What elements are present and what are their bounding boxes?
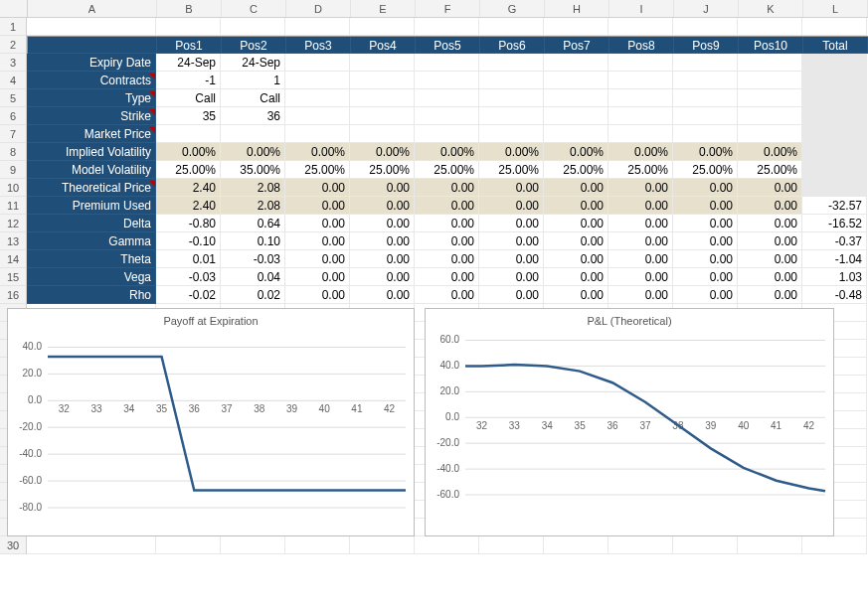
total-cell[interactable]: -0.48 bbox=[802, 286, 867, 304]
data-cell[interactable]: 25.00% bbox=[415, 161, 479, 179]
data-cell[interactable]: 0.00 bbox=[608, 250, 673, 268]
cell[interactable] bbox=[415, 536, 479, 554]
data-cell[interactable] bbox=[608, 125, 673, 143]
data-cell[interactable] bbox=[544, 89, 608, 107]
data-cell[interactable] bbox=[544, 125, 608, 143]
data-cell[interactable]: 0.00 bbox=[285, 286, 350, 304]
data-cell[interactable]: 0.00 bbox=[479, 286, 544, 304]
data-cell[interactable] bbox=[415, 54, 479, 72]
data-cell[interactable]: 0.00 bbox=[479, 215, 544, 232]
data-cell[interactable] bbox=[608, 72, 673, 89]
data-cell[interactable] bbox=[285, 89, 350, 107]
data-cell[interactable] bbox=[738, 72, 802, 89]
data-cell[interactable]: Call bbox=[156, 89, 221, 107]
total-cell[interactable] bbox=[802, 161, 867, 179]
data-cell[interactable]: 0.64 bbox=[221, 215, 285, 232]
row-header-6[interactable]: 6 bbox=[0, 107, 26, 125]
row-header-5[interactable]: 5 bbox=[0, 89, 26, 107]
chart-payoff[interactable]: Payoff at Expiration -80.0-60.0-40.0-20.… bbox=[7, 308, 415, 536]
col-header-J[interactable]: J bbox=[674, 0, 739, 17]
data-cell[interactable] bbox=[608, 89, 673, 107]
data-cell[interactable]: 0.00% bbox=[738, 143, 802, 161]
row-header-30[interactable]: 30 bbox=[0, 536, 26, 554]
row-header-9[interactable]: 9 bbox=[0, 161, 26, 179]
row-header-8[interactable]: 8 bbox=[0, 143, 26, 161]
total-cell[interactable]: 1.03 bbox=[802, 268, 867, 286]
data-cell[interactable] bbox=[479, 125, 544, 143]
data-cell[interactable]: 25.00% bbox=[544, 161, 608, 179]
data-cell[interactable]: 0.00 bbox=[285, 250, 350, 268]
pos-header-7[interactable]: Pos7 bbox=[545, 37, 609, 54]
data-cell[interactable]: 2.08 bbox=[221, 179, 285, 197]
row-header-3[interactable]: 3 bbox=[0, 54, 26, 72]
label-header[interactable] bbox=[28, 37, 157, 54]
data-cell[interactable] bbox=[415, 125, 479, 143]
data-cell[interactable]: 0.00% bbox=[285, 143, 350, 161]
col-header-K[interactable]: K bbox=[739, 0, 803, 17]
pos-header-3[interactable]: Pos3 bbox=[286, 37, 351, 54]
data-cell[interactable] bbox=[673, 72, 738, 89]
data-cell[interactable] bbox=[285, 125, 350, 143]
data-cell[interactable]: 0.00 bbox=[285, 215, 350, 232]
data-cell[interactable]: 0.00 bbox=[350, 197, 415, 215]
data-cell[interactable]: 0.00 bbox=[479, 232, 544, 250]
data-cell[interactable]: -0.10 bbox=[156, 232, 221, 250]
row-header-7[interactable]: 7 bbox=[0, 125, 26, 143]
cell[interactable] bbox=[608, 18, 673, 36]
data-cell[interactable]: 0.00 bbox=[544, 232, 608, 250]
cell[interactable] bbox=[285, 18, 350, 36]
data-cell[interactable] bbox=[544, 54, 608, 72]
data-cell[interactable]: 0.00 bbox=[479, 268, 544, 286]
row-header-10[interactable]: 10 bbox=[0, 179, 26, 197]
data-cell[interactable]: 0.00% bbox=[608, 143, 673, 161]
data-cell[interactable]: 0.00 bbox=[285, 197, 350, 215]
data-cell[interactable]: 0.00 bbox=[415, 286, 479, 304]
row-header-4[interactable]: 4 bbox=[0, 72, 26, 89]
data-cell[interactable]: 0.00 bbox=[608, 232, 673, 250]
data-cell[interactable] bbox=[350, 107, 415, 125]
total-cell[interactable] bbox=[802, 54, 867, 72]
data-cell[interactable]: 0.00 bbox=[673, 215, 738, 232]
cell[interactable] bbox=[156, 536, 221, 554]
data-cell[interactable]: Call bbox=[221, 89, 285, 107]
data-cell[interactable]: 0.00 bbox=[350, 215, 415, 232]
data-cell[interactable]: 25.00% bbox=[738, 161, 802, 179]
pos-header-1[interactable]: Pos1 bbox=[157, 37, 222, 54]
data-cell[interactable] bbox=[350, 72, 415, 89]
data-cell[interactable] bbox=[479, 72, 544, 89]
row-label-11[interactable]: Theta bbox=[27, 250, 156, 268]
data-cell[interactable]: 0.00 bbox=[738, 268, 802, 286]
total-cell[interactable] bbox=[802, 125, 867, 143]
data-cell[interactable] bbox=[544, 107, 608, 125]
data-cell[interactable]: 0.10 bbox=[221, 232, 285, 250]
data-cell[interactable]: 0.00 bbox=[608, 286, 673, 304]
data-cell[interactable] bbox=[673, 89, 738, 107]
row-label-13[interactable]: Rho bbox=[27, 286, 156, 304]
pos-header-10[interactable]: Pos10 bbox=[739, 37, 803, 54]
data-cell[interactable] bbox=[479, 89, 544, 107]
cell[interactable] bbox=[156, 18, 221, 36]
cell[interactable] bbox=[673, 18, 738, 36]
data-cell[interactable]: 0.00% bbox=[544, 143, 608, 161]
col-header-C[interactable]: C bbox=[222, 0, 286, 17]
cell[interactable] bbox=[544, 18, 608, 36]
pos-header-4[interactable]: Pos4 bbox=[351, 37, 416, 54]
data-cell[interactable]: -1 bbox=[156, 72, 221, 89]
row-label-6[interactable]: Model Volatility bbox=[27, 161, 156, 179]
data-cell[interactable]: 25.00% bbox=[673, 161, 738, 179]
data-cell[interactable]: 0.01 bbox=[156, 250, 221, 268]
cell[interactable] bbox=[802, 536, 867, 554]
data-cell[interactable]: 0.00 bbox=[415, 215, 479, 232]
col-header-I[interactable]: I bbox=[609, 0, 674, 17]
data-cell[interactable]: 0.00 bbox=[673, 250, 738, 268]
data-cell[interactable]: 0.00 bbox=[738, 215, 802, 232]
data-cell[interactable] bbox=[415, 89, 479, 107]
data-cell[interactable] bbox=[221, 125, 285, 143]
row-label-5[interactable]: Implied Volatility bbox=[27, 143, 156, 161]
data-cell[interactable]: -0.02 bbox=[156, 286, 221, 304]
row-label-8[interactable]: Premium Used bbox=[27, 197, 156, 215]
data-cell[interactable] bbox=[738, 125, 802, 143]
row-header-1[interactable]: 1 bbox=[0, 18, 26, 36]
data-cell[interactable]: 0.00 bbox=[608, 179, 673, 197]
cell[interactable] bbox=[285, 536, 350, 554]
